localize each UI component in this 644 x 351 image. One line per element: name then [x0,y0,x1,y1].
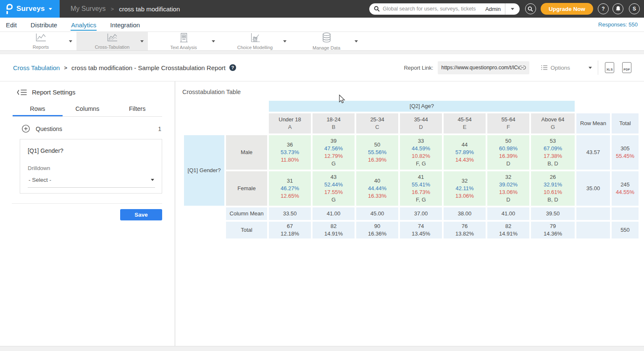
user-avatar[interactable]: S [629,3,640,14]
cross-chart-icon [107,33,118,44]
toolbar-tab-cross-tabulation[interactable]: Cross-Tabulation [76,32,148,50]
panel-divider [12,203,162,204]
total-55-64: 8214.91% [487,222,529,238]
options-list-icon [541,65,547,70]
nav-item-analytics[interactable]: Analytics [71,19,97,31]
chevron-down-icon[interactable] [140,40,144,42]
settings-tab-filters[interactable]: Filters [112,102,162,116]
total-under-18: 6712.18% [269,222,311,238]
report-header: Cross Tabulation > cross tab modificatio… [0,54,644,81]
collapse-panel-icon[interactable] [17,89,27,95]
total-25-34: 9016.36% [356,222,398,238]
row-total-female: 24544.55% [612,171,639,206]
report-actions: Report Link: Options XLS PDF [404,60,631,75]
chevron-down-icon[interactable] [355,40,358,42]
report-breadcrumb-separator: > [64,65,67,71]
search-scope-label[interactable]: Admin [485,6,501,12]
toolbar-tab-text-analysis[interactable]: Text Analysis [148,32,219,50]
crosstab-area: Crosstabulation Table [Q2] Age?Under 18A… [175,81,644,346]
chevron-down-icon[interactable] [212,40,215,42]
responses-count[interactable]: Responses: 550 [598,21,644,28]
total-35-44: 7413.45% [400,222,442,238]
global-search-input[interactable] [383,6,484,12]
row-label-male: Male [226,135,267,170]
help-button[interactable]: ? [598,3,609,14]
line-chart-icon [35,33,47,44]
cross-tabulation-link[interactable]: Cross Tabulation [13,64,60,71]
spacer-cell [184,222,224,238]
toolbar-tab-label: Cross-Tabulation [95,45,130,50]
crosstab-table-title: Crosstabulation Table [182,89,644,95]
data-cell-female-45-54: 3242.11%13.06% [444,171,486,206]
save-row: Save [0,209,162,220]
row-mean-male: 43.57 [576,135,610,170]
pdf-label: PDF [623,68,630,71]
toolbar-tab-choice-modelling[interactable]: Choice Modelling [219,32,291,50]
spacer-cell [576,101,610,112]
options-dropdown[interactable]: Options [541,65,592,71]
chevron-down-icon[interactable] [283,40,287,42]
breadcrumb-my-surveys[interactable]: My Surveys [71,5,106,13]
chevron-down-icon[interactable] [69,40,72,42]
column-mean-35-44: 37.00 [400,207,442,220]
add-question-icon[interactable] [22,125,30,133]
column-mean-above-64: 39.50 [531,207,575,220]
toolbar-tab-manage-data[interactable]: Manage Data [291,32,362,50]
column-question-header: [Q2] Age? [269,101,575,112]
data-cell-male-35-44: 3344.59%10.82%F, G [400,135,442,170]
report-settings-panel: Report Settings RowsColumnsFilters Quest… [0,81,175,346]
data-cell-male-45-54: 4457.89%14.43% [444,135,486,170]
document-icon [179,33,188,44]
drilldown-select[interactable]: - Select - [28,177,155,188]
total-header: Total [612,113,639,134]
toolbar-tab-label: Text Analysis [170,45,197,50]
product-name: Surveys [16,5,45,13]
spacer-cell [184,113,224,134]
row-total-male: 30555.45% [612,135,639,170]
spacer-cell [184,101,224,112]
report-link-box [438,61,529,74]
breadcrumb-survey-name: cross tab modification [119,5,180,13]
column-mean-55-64: 41.00 [487,207,529,220]
column-header-25-34: 25-34C [356,113,398,134]
nav-item-distribute[interactable]: Distribute [30,19,58,31]
report-help-icon[interactable] [229,64,236,71]
survey-nav: EditDistributeAnalyticsIntegration Respo… [0,18,644,32]
link-icon[interactable] [519,65,526,70]
data-cell-female-55-64: 3239.02%13.06%D [487,171,529,206]
export-xls-icon[interactable]: XLS [605,62,614,73]
data-cell-female-25-34: 4044.44%16.33% [356,171,398,206]
spacer-cell [184,207,224,220]
data-cell-female-above-64: 2632.91%10.61%B, D [531,171,575,206]
drilldown-label: Drilldown [28,165,155,171]
drilldown-value: - Select - [28,177,51,183]
notifications-button[interactable] [612,3,623,14]
total-rowmean [576,222,610,238]
actions-divider [598,60,598,75]
chevron-down-icon [151,179,154,181]
search-icon [374,6,380,12]
toolbar-tab-reports[interactable]: Reports [5,32,76,50]
settings-title: Report Settings [32,89,75,96]
settings-tab-rows[interactable]: Rows [13,102,63,116]
chevron-down-icon [511,8,514,10]
report-link-input[interactable] [441,65,519,71]
database-icon [322,32,331,45]
row-question-header: [Q1] Gender? [184,135,224,206]
nav-item-integration[interactable]: Integration [110,19,140,31]
nav-item-edit[interactable]: Edit [5,19,17,31]
content-area: Report Settings RowsColumnsFilters Quest… [0,81,644,346]
settings-tab-columns[interactable]: Columns [63,102,113,116]
global-search: Admin [369,3,520,15]
column-header-35-44: 35-44D [400,113,442,134]
spacer-cell [226,113,267,134]
export-pdf-icon[interactable]: PDF [622,62,631,73]
product-switcher[interactable]: Surveys [0,0,60,18]
upgrade-now-button[interactable]: Upgrade Now [541,3,593,15]
toolbar-separator [0,51,644,54]
data-cell-male-18-24: 3947.56%12.79%G [313,135,355,170]
advanced-search-button[interactable] [525,3,536,14]
save-button[interactable]: Save [120,209,162,220]
search-scope-dropdown[interactable] [505,3,520,15]
chevron-down-icon [589,67,592,69]
